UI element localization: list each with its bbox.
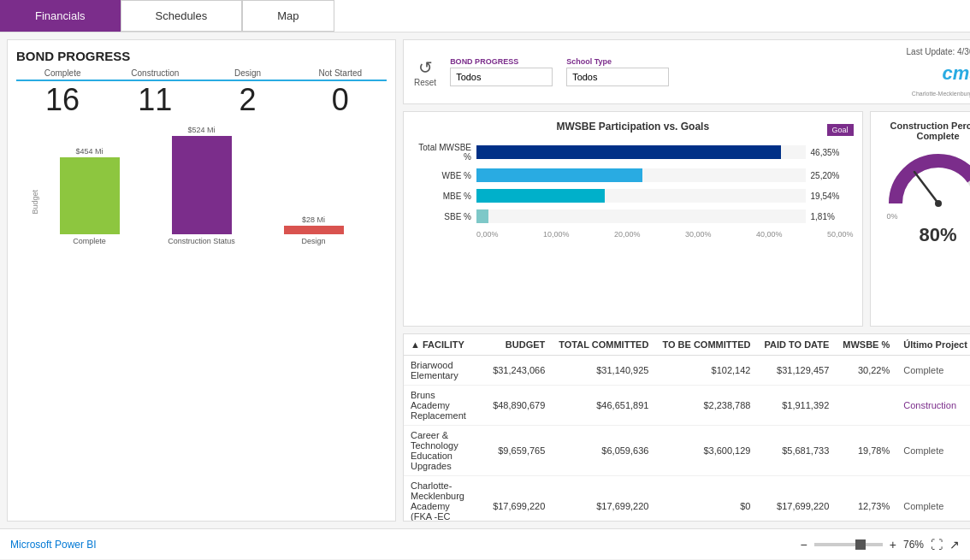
bar-complete-group: $454 Mi Complete [42,147,137,245]
cell-facility: Charlotte-Mecklenburg Academy (FKA -EC S… [404,476,473,522]
stat-design-value: 2 [202,83,294,117]
bond-progress-filter: BOND PROGRESS Todos [450,57,553,86]
cell-status: Construction [896,386,970,426]
bar-construction [172,136,232,234]
right-panel: ↺ Reset BOND PROGRESS Todos School Type … [403,39,970,522]
bond-progress-select[interactable]: Todos [450,68,553,86]
cell-budget: $17,699,220 [473,476,552,522]
mwsbe-fill-sbe [476,209,488,223]
mwsbe-title: MWSBE Participation vs. Goals [556,121,709,133]
mwsbe-value-sbe: 1,81% [811,212,854,221]
zoom-pct: 76% [903,539,924,551]
mwsbe-label-mbe: MBE % [412,192,476,201]
school-type-filter: School Type Todos [566,57,669,86]
cell-total-committed: $46,651,891 [552,386,655,426]
tab-map[interactable]: Map [242,0,334,32]
powerbi-link[interactable]: Microsoft Power BI [10,539,97,551]
table-row: Charlotte-Mecklenburg Academy (FKA -EC S… [404,476,970,522]
tab-schedules[interactable]: Schedules [121,0,243,32]
col-facility[interactable]: ▲ FACILITY [404,334,473,356]
table-row: Bruns Academy Replacement $48,890,679 $4… [404,386,970,426]
x-20: 20,00% [614,230,641,239]
mwsbe-label-total: Total MWSBE % [412,143,476,162]
reset-label: Reset [414,78,436,87]
stat-design-label: Design [202,68,294,81]
school-type-filter-label: School Type [566,57,669,66]
mwsbe-panel: MWSBE Participation vs. Goals Goal Total… [403,111,863,327]
bar-complete-bottom-label: Complete [73,237,106,245]
sort-arrow: ▲ [411,339,420,350]
cell-mwsbe [836,386,896,426]
col-paid-to-date[interactable]: PAID TO DATE [757,334,836,356]
col-facility-label: FACILITY [423,339,464,350]
table-row: Career & Technology Education Upgrades $… [404,426,970,476]
cell-paid: $1,911,392 [757,386,836,426]
data-table: ▲ FACILITY BUDGET TOTAL COMMITTED TO BE … [403,333,970,522]
cell-total-committed: $17,699,220 [552,476,655,522]
construction-pct-title: Construction Percent Complete [879,121,970,141]
bar-complete-top-label: $454 Mi [75,147,103,156]
mwsbe-bars: Total MWSBE % 46,35% WBE % 25,20% [412,143,854,223]
stat-construction-label: Construction [109,68,201,81]
col-total-committed[interactable]: TOTAL COMMITTED [552,334,655,356]
mwsbe-row-mbe: MBE % 19,54% [412,189,854,203]
mwsbe-bar-mbe [476,189,806,203]
mwsbe-value-wbe: 25,20% [811,171,854,180]
progress-stats: Complete 16 Construction 11 Design 2 Not… [16,68,387,117]
stat-notstarted-label: Not Started [294,68,387,81]
construction-pct-panel: Construction Percent Complete 0% 100% 80… [870,111,970,327]
zoom-slider[interactable] [814,543,883,546]
cell-to-be: $3,600,129 [655,426,757,476]
cell-budget: $31,243,066 [473,356,552,386]
stat-complete-value: 16 [16,83,109,117]
school-type-select[interactable]: Todos [566,68,669,86]
mwsbe-row-sbe: SBE % 1,81% [412,209,854,223]
fullscreen-button[interactable]: ⛶ [931,538,943,551]
mwsbe-bar-total [476,145,806,159]
tab-financials[interactable]: Financials [0,0,121,32]
col-status[interactable]: Último Project Status [896,334,970,356]
bar-design-top-label: $28 Mi [302,215,325,224]
last-update: Last Update: 4/30/2023 [907,47,970,56]
gauge-labels: 0% 100% [887,212,970,221]
zoom-controls: − + 76% ⛶ ↗ [801,538,960,551]
x-10: 10,00% [543,230,570,239]
gauge-label-0: 0% [887,212,898,221]
mwsbe-fill-wbe [476,168,642,182]
zoom-slider-thumb[interactable] [855,539,866,550]
mwsbe-value-mbe: 19,54% [811,192,854,201]
cell-total-committed: $6,059,636 [552,426,655,476]
cell-facility: Career & Technology Education Upgrades [404,426,473,476]
reset-button[interactable]: ↺ Reset [414,57,436,87]
mwsbe-label-wbe: WBE % [412,171,476,180]
y-axis-label: Budget [31,190,39,215]
zoom-in-button[interactable]: + [890,538,896,551]
cell-mwsbe: 19,78% [836,426,896,476]
cell-paid: $31,129,457 [757,356,836,386]
bond-progress-panel: BOND PROGRESS Complete 16 Construction 1… [7,39,396,522]
table-header-row: ▲ FACILITY BUDGET TOTAL COMMITTED TO BE … [404,334,970,356]
cell-to-be: $102,142 [655,356,757,386]
mwsbe-fill-mbe [476,189,605,203]
cell-status: Complete [896,356,970,386]
x-30: 30,00% [685,230,712,239]
cell-paid: $17,699,220 [757,476,836,522]
cell-paid: $5,681,733 [757,426,836,476]
goal-button[interactable]: Goal [827,124,854,136]
zoom-out-button[interactable]: − [801,538,807,551]
mwsbe-fill-total [476,145,781,159]
stat-notstarted: Not Started 0 [294,68,387,117]
cms-logo: cms [927,56,970,91]
cms-logo-text: cms [942,62,970,85]
cms-subtitle: Charlotte-Mecklenburg Schools [912,91,970,97]
share-button[interactable]: ↗ [949,538,960,551]
header-tabs: Financials Schedules Map [0,0,970,32]
stat-construction: Construction 11 [109,68,201,117]
col-mwsbe[interactable]: MWSBE % [836,334,896,356]
col-to-be-committed[interactable]: TO BE COMMITTED [655,334,757,356]
mwsbe-x-axis: 0,00% 10,00% 20,00% 30,00% 40,00% 50,00% [476,230,854,239]
mwsbe-value-total: 46,35% [811,148,854,157]
col-budget[interactable]: BUDGET [473,334,552,356]
cell-budget: $48,890,679 [473,386,552,426]
cell-budget: $9,659,765 [473,426,552,476]
